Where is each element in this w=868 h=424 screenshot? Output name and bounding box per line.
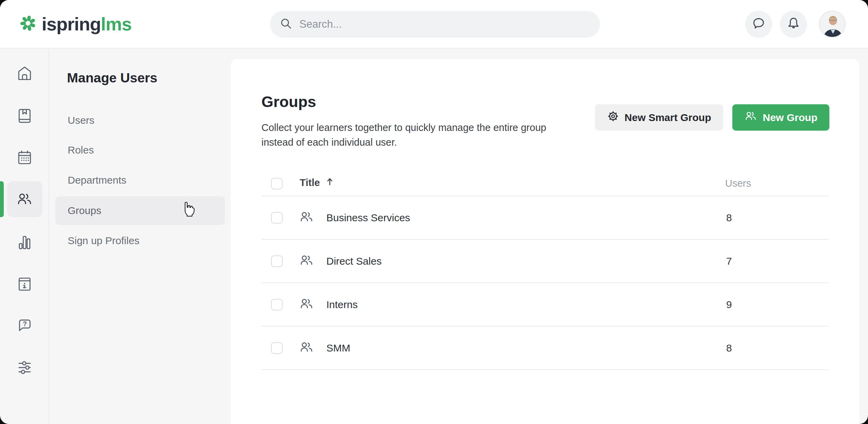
search-input[interactable] — [299, 18, 591, 30]
sidebar-item-roles[interactable]: Roles — [55, 136, 225, 164]
group-icon — [744, 110, 757, 125]
sidebar-item-signup-profiles[interactable]: Sign up Profiles — [55, 226, 225, 255]
info-doc-icon — [16, 288, 33, 294]
sidebar-title: Manage Users — [67, 70, 157, 85]
bar-chart-icon — [16, 246, 33, 252]
header-actions: New Smart Group New Group — [595, 104, 829, 131]
top-header: ispringlms — [0, 0, 868, 49]
sidebar-item-label: Departments — [68, 174, 126, 186]
brand-logo[interactable]: ispringlms — [19, 0, 132, 48]
row-checkbox[interactable] — [271, 255, 283, 267]
page-body: ? Manage Users Users Roles — [0, 49, 868, 424]
group-users-count: 8 — [726, 342, 732, 354]
gear-icon — [607, 110, 619, 125]
sidebar-item-label: Groups — [68, 205, 101, 216]
rail-item-reports[interactable] — [16, 234, 33, 251]
title-column-label: Title — [300, 177, 320, 188]
rail-item-info[interactable] — [16, 276, 33, 293]
group-icon — [299, 296, 314, 313]
sidebar-item-label: Sign up Profiles — [68, 235, 139, 247]
logo-text: ispringlms — [42, 15, 132, 33]
group-icon — [299, 210, 314, 226]
groups-table: Title Users — [261, 172, 829, 370]
table-row[interactable]: SMM 8 — [261, 327, 829, 370]
group-icon — [299, 253, 314, 269]
sidebar-item-label: Users — [68, 115, 94, 126]
group-users-count: 9 — [726, 299, 732, 310]
rail-item-courses[interactable] — [16, 107, 33, 124]
group-name: Interns — [326, 299, 358, 310]
group-users-count: 8 — [726, 212, 732, 224]
rail-item-help[interactable]: ? — [16, 317, 33, 334]
row-checkbox[interactable] — [271, 299, 283, 310]
new-group-label: New Group — [763, 112, 817, 123]
users-icon — [16, 203, 33, 209]
help-bubble-icon: ? — [16, 330, 33, 335]
bell-icon — [785, 15, 802, 33]
sidebar-item-label: Roles — [68, 144, 94, 156]
sliders-icon — [16, 371, 33, 377]
table-row[interactable]: Direct Sales 7 — [261, 240, 829, 283]
chat-button[interactable] — [745, 11, 772, 38]
app-window: ispringlms — [0, 0, 868, 424]
home-icon — [16, 77, 33, 83]
new-group-button[interactable]: New Group — [732, 104, 829, 131]
table-row[interactable]: Interns 9 — [261, 283, 829, 327]
select-all-checkbox[interactable] — [271, 178, 283, 189]
row-checkbox[interactable] — [271, 212, 283, 224]
new-smart-group-button[interactable]: New Smart Group — [595, 104, 723, 131]
rail-item-calendar[interactable] — [16, 149, 33, 166]
page-description: Collect your learners together to quickl… — [261, 120, 579, 150]
groups-panel: Groups Collect your learners together to… — [231, 59, 859, 424]
sidebar-item-groups[interactable]: Groups — [55, 196, 225, 225]
flower-asterisk-icon — [19, 15, 37, 33]
svg-text:?: ? — [23, 320, 27, 328]
row-checkbox[interactable] — [271, 342, 283, 354]
table-header-row: Title Users — [261, 172, 829, 196]
group-users-count: 7 — [726, 255, 732, 267]
sidebar-item-departments[interactable]: Departments — [55, 166, 225, 195]
calendar-icon — [16, 161, 33, 167]
group-name: Business Services — [326, 212, 410, 224]
column-header-users[interactable]: Users — [725, 178, 751, 189]
rail-item-home[interactable] — [16, 65, 33, 82]
group-name: Direct Sales — [326, 255, 382, 267]
table-row[interactable]: Business Services 8 — [261, 196, 829, 240]
rail-active-indicator — [0, 181, 4, 217]
sort-ascending-icon — [326, 177, 334, 188]
group-name: SMM — [326, 342, 350, 354]
notifications-button[interactable] — [780, 11, 807, 38]
group-icon — [299, 340, 314, 356]
rail-item-users[interactable] — [16, 191, 33, 208]
search-icon — [280, 17, 293, 31]
rail-item-settings[interactable] — [16, 359, 33, 376]
icon-rail: ? — [0, 49, 49, 424]
book-icon — [16, 120, 33, 125]
column-header-title[interactable]: Title — [300, 177, 334, 188]
sidebar-item-users[interactable]: Users — [55, 106, 225, 135]
new-smart-group-label: New Smart Group — [625, 112, 711, 123]
user-avatar[interactable] — [819, 11, 846, 38]
global-search — [270, 11, 600, 38]
chat-icon — [750, 15, 767, 33]
